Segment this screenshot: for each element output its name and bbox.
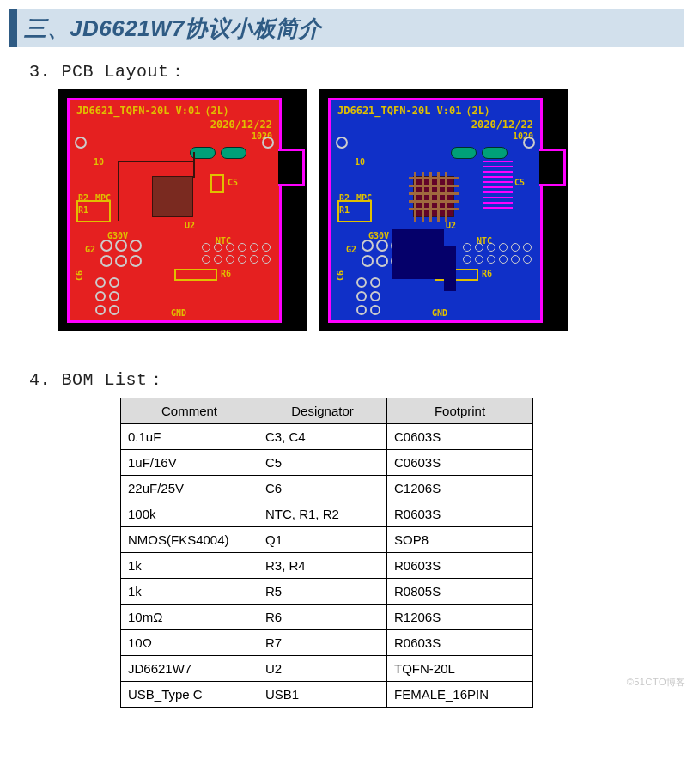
c5-label: C5 xyxy=(228,178,238,187)
table-cell: C5 xyxy=(258,450,387,476)
u2-label: U2 xyxy=(185,221,195,230)
table-cell: USB1 xyxy=(258,682,387,708)
table-cell: 1k xyxy=(121,579,258,605)
table-cell: R6 xyxy=(258,605,387,630)
section-title-bar: 三、JD6621W7协议小板简介 xyxy=(9,9,684,47)
table-row: 1kR3, R4R0603S xyxy=(121,553,533,579)
table-row: 1kR5R0805S xyxy=(121,579,533,605)
col-comment: Comment xyxy=(121,398,258,424)
table-cell: 1uF/16V xyxy=(121,450,258,476)
table-row: 10mΩR6R1206S xyxy=(121,605,533,630)
table-cell: NTC, R1, R2 xyxy=(258,501,387,527)
table-row: 10ΩR7R0603S xyxy=(121,630,533,656)
col-designator: Designator xyxy=(258,398,387,424)
r6-label: R6 xyxy=(221,269,231,278)
c6-label: C6 xyxy=(75,270,84,281)
ten-label: 10 xyxy=(94,157,104,167)
pcb-bottom-layer: JD6621_TQFN-20L V:01（2L） 2020/12/22 1020… xyxy=(319,89,568,331)
pcb-top-layer: JD6621_TQFN-20L V:01（2L） 2020/12/22 1020… xyxy=(58,89,307,331)
table-cell: C1206S xyxy=(387,476,533,501)
pcb-layout-label: 3. PCB Layout： xyxy=(29,59,693,82)
table-cell: 10mΩ xyxy=(121,605,258,630)
table-row: USB_Type CUSB1FEMALE_16PIN xyxy=(121,682,533,708)
table-cell: R5 xyxy=(258,579,387,605)
table-cell: R1206S xyxy=(387,605,533,630)
table-cell: R0603S xyxy=(387,630,533,656)
pcb-title-2: JD6621_TQFN-20L V:01（2L） xyxy=(337,104,495,119)
table-cell: NMOS(FKS4004) xyxy=(121,527,258,553)
table-cell: C0603S xyxy=(387,424,533,450)
table-row: 22uF/25VC6C1206S xyxy=(121,476,533,501)
table-row: NMOS(FKS4004)Q1SOP8 xyxy=(121,527,533,553)
hatch-region xyxy=(483,161,513,212)
table-cell: R3, R4 xyxy=(258,553,387,579)
g2-label: G2 xyxy=(85,245,95,254)
table-cell: 100k xyxy=(121,501,258,527)
board-tab-2 xyxy=(539,149,566,186)
section-title: 三、JD6621W7协议小板简介 xyxy=(24,14,678,44)
table-cell: R0805S xyxy=(387,579,533,605)
table-cell: R0603S xyxy=(387,501,533,527)
table-cell: C6 xyxy=(258,476,387,501)
table-cell: C0603S xyxy=(387,450,533,476)
table-cell: C3, C4 xyxy=(258,424,387,450)
table-cell: 10Ω xyxy=(121,630,258,656)
table-row: 0.1uFC3, C4C0603S xyxy=(121,424,533,450)
table-cell: SOP8 xyxy=(387,527,533,553)
col-footprint: Footprint xyxy=(387,398,533,424)
table-cell: 1k xyxy=(121,553,258,579)
chip-u2 xyxy=(152,176,193,217)
table-cell: R7 xyxy=(258,630,387,656)
table-cell: JD6621W7 xyxy=(121,656,258,682)
pcb-date-2: 2020/12/22 xyxy=(471,119,533,131)
table-cell: R0603S xyxy=(387,553,533,579)
table-cell: TQFN-20L xyxy=(387,656,533,682)
board-tab xyxy=(278,149,305,186)
pcb-title-1: JD6621_TQFN-20L V:01（2L） xyxy=(76,104,234,119)
table-cell: 0.1uF xyxy=(121,424,258,450)
bom-table-wrap: Comment Designator Footprint 0.1uFC3, C4… xyxy=(120,398,693,708)
table-cell: Q1 xyxy=(258,527,387,553)
pcb-layout-row: JD6621_TQFN-20L V:01（2L） 2020/12/22 1020… xyxy=(58,89,693,331)
pcb-date-1: 2020/12/22 xyxy=(210,119,272,131)
table-cell: FEMALE_16PIN xyxy=(387,682,533,708)
gnd-label: GND xyxy=(171,308,186,318)
table-row: 100kNTC, R1, R2R0603S xyxy=(121,501,533,527)
bom-table: Comment Designator Footprint 0.1uFC3, C4… xyxy=(120,398,533,708)
table-row: JD6621W7U2TQFN-20L xyxy=(121,656,533,682)
c5-label2: C5 xyxy=(514,178,525,187)
watermark: ©51CTO博客 xyxy=(627,676,686,689)
table-header-row: Comment Designator Footprint xyxy=(121,398,533,424)
table-row: 1uF/16VC5C0603S xyxy=(121,450,533,476)
table-cell: USB_Type C xyxy=(121,682,258,708)
table-cell: U2 xyxy=(258,656,387,682)
table-cell: 22uF/25V xyxy=(121,476,258,501)
chip-u2-bottom xyxy=(413,176,454,217)
bom-list-label: 4. BOM List： xyxy=(29,368,693,391)
